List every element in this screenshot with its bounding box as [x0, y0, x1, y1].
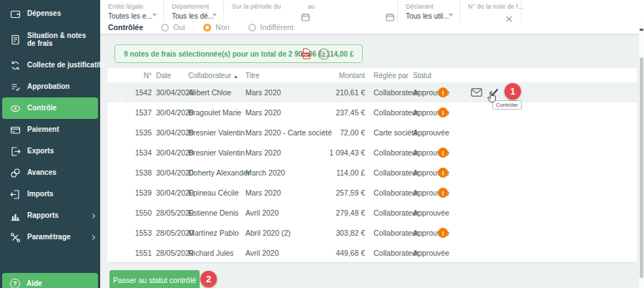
cell-collaborator: Richard Jules	[188, 249, 234, 257]
cell-amount: 303,82 €	[310, 229, 365, 237]
sidebar-item-collecte-de-justificatifs[interactable]: Collecte de justificatifs	[0, 54, 100, 76]
radio-icon	[161, 24, 169, 32]
sidebar-item-label: Paramétrage	[27, 233, 71, 241]
cell-amount: 237,45 €	[310, 108, 365, 117]
sidebar-item-label: Approbation	[27, 82, 69, 91]
sidebar-item-paiement[interactable]: Paiement	[0, 119, 100, 140]
cell-number: 1535	[127, 128, 152, 137]
cell-number: 1553	[127, 229, 152, 237]
tooltip: Contrôler	[492, 100, 522, 110]
sidebar-item-label: Paiement	[27, 125, 59, 134]
header-status[interactable]: Statut	[413, 72, 431, 80]
department-label: Département	[172, 3, 218, 10]
table-row: 1551 28/05/2020 Richard Jules Avril 2020…	[107, 243, 637, 263]
cell-number: 1539	[127, 188, 152, 197]
header-title[interactable]: Titre	[245, 72, 260, 80]
cell-collaborator: Bresnier Valentin	[188, 148, 245, 157]
pdf-icon[interactable]: PDF	[301, 48, 312, 62]
cell-number: 1542	[127, 88, 152, 97]
sync-icon	[10, 60, 21, 71]
radio-option-oui[interactable]: Oui	[161, 23, 185, 32]
sidebar: Dépenses Situation & notes de frais Coll…	[0, 0, 100, 288]
cell-title: Mars 2020	[245, 188, 281, 197]
radio-option-indifférent[interactable]: Indifférent	[248, 23, 294, 32]
warning-icon[interactable]	[438, 188, 448, 198]
warning-icon[interactable]	[438, 228, 448, 238]
header-paid-by[interactable]: Réglée par	[374, 72, 409, 80]
svg-text:PDF: PDF	[303, 53, 309, 57]
warning-icon[interactable]	[438, 168, 448, 178]
question-icon	[10, 279, 20, 288]
chevron-right-icon	[90, 213, 95, 218]
sidebar-item-label: Dépenses	[27, 9, 61, 18]
filter-bar-spacer	[522, 0, 644, 23]
download-icon[interactable]	[318, 48, 330, 63]
table-row: 1550 28/05/2020 Estienne Denis Avril 202…	[107, 203, 637, 223]
sidebar-item-imports[interactable]: Imports	[0, 183, 100, 205]
chevron-right-icon	[90, 234, 95, 239]
header-number[interactable]: N°	[127, 72, 152, 80]
cell-number: 1537	[127, 108, 152, 117]
cell-paid-by: Carte société	[374, 128, 418, 137]
table-row: 1539 30/04/2020 Epineau Cécile Mars 2020…	[107, 183, 637, 203]
table-body: 1542 30/04/2020 Alibert Chloe Mars 2020 …	[107, 82, 637, 263]
sidebar-item-contr-le[interactable]: Contrôle	[2, 97, 98, 119]
table-row: 1553 28/05/2020 Martínez Pablo Abril 202…	[107, 223, 637, 243]
header-date[interactable]: Date	[156, 72, 171, 80]
cell-title: Abril 2020 (2)	[245, 229, 291, 237]
sidebar-item-avances[interactable]: Avances	[0, 162, 100, 183]
annotation-step-1: 1	[504, 83, 521, 100]
sidebar-item-exports[interactable]: Exports	[0, 140, 100, 162]
document-icon	[10, 34, 21, 45]
export-icon	[10, 146, 21, 157]
radio-option-non[interactable]: Non	[203, 23, 229, 32]
sidebar-item-label: Aide	[26, 279, 42, 288]
sidebar-item-label: Situation & notes de frais	[27, 32, 94, 48]
warning-icon[interactable]	[438, 107, 448, 117]
cell-amount: 449,68 €	[310, 249, 365, 257]
coins-icon	[10, 168, 21, 178]
scrollbar-thumb[interactable]	[640, 57, 643, 278]
radio-icon	[248, 24, 256, 32]
expense-table: N° Date Collaborateur▲ Titre Montant Rég…	[107, 68, 637, 263]
declarant-value: Tous les util...	[406, 12, 454, 20]
sidebar-item-rapports[interactable]: Rapports	[0, 205, 100, 226]
clear-icon[interactable]	[506, 12, 512, 25]
table-row: 1537 30/04/2020 Bragoulet Marie Mars 202…	[107, 102, 637, 123]
cell-amount: 210,61 €	[310, 88, 365, 97]
declarant-select[interactable]: Déclarant Tous les util...	[398, 0, 460, 23]
sidebar-item-approbation[interactable]: Approbation	[0, 76, 100, 97]
legal-entity-select[interactable]: Entité légale Toutes les e...	[100, 0, 164, 23]
cell-title: Mars 2020	[245, 148, 281, 157]
note-number-field[interactable]: N° de la note de f...	[460, 0, 522, 23]
sidebar-item-param-trage[interactable]: Paramétrage	[0, 226, 100, 248]
table-row: 1542 30/04/2020 Alibert Chloe Mars 2020 …	[107, 82, 637, 102]
cell-collaborator: Doherty Alexander	[188, 168, 250, 177]
sidebar-item-label: Rapports	[27, 211, 59, 220]
warning-icon[interactable]	[438, 87, 448, 97]
header-amount[interactable]: Montant	[310, 72, 365, 80]
cell-collaborator: Bresnier Valentin	[188, 128, 245, 137]
department-select[interactable]: Département Tous les dé...	[164, 0, 224, 23]
eye-icon	[10, 103, 21, 114]
header-collaborator[interactable]: Collaborateur▲	[188, 72, 238, 80]
cell-paid-by: Collaborateur	[374, 88, 419, 97]
sidebar-item-label: Collecte de justificatifs	[27, 61, 105, 69]
sort-asc-icon: ▲	[233, 74, 238, 79]
sidebar-item-aide[interactable]: Aide	[2, 273, 98, 288]
sidebar-item-d-penses[interactable]: Dépenses	[0, 3, 100, 24]
controlled-label: Contrôlée	[108, 23, 158, 32]
cell-paid-by: Collaborateur	[374, 249, 419, 257]
cell-collaborator: Alibert Chloe	[188, 88, 231, 97]
calendar-icon[interactable]	[386, 11, 394, 24]
tools-icon	[10, 232, 21, 243]
warning-icon[interactable]	[438, 148, 448, 158]
table-row: 1534 30/04/2020 Bresnier Valentin Mars 2…	[107, 143, 637, 163]
sidebar-item-situation-notes-de-frais[interactable]: Situation & notes de frais	[0, 24, 100, 54]
envelope-icon[interactable]	[471, 88, 482, 97]
cell-collaborator: Estienne Denis	[188, 208, 239, 217]
pass-to-controlled-button[interactable]: Passer au statut contrôlé	[109, 270, 200, 288]
scrollbar-arrow-icon	[640, 29, 643, 31]
calendar-icon[interactable]	[301, 11, 310, 24]
cell-collaborator: Bragoulet Marie	[188, 108, 241, 117]
